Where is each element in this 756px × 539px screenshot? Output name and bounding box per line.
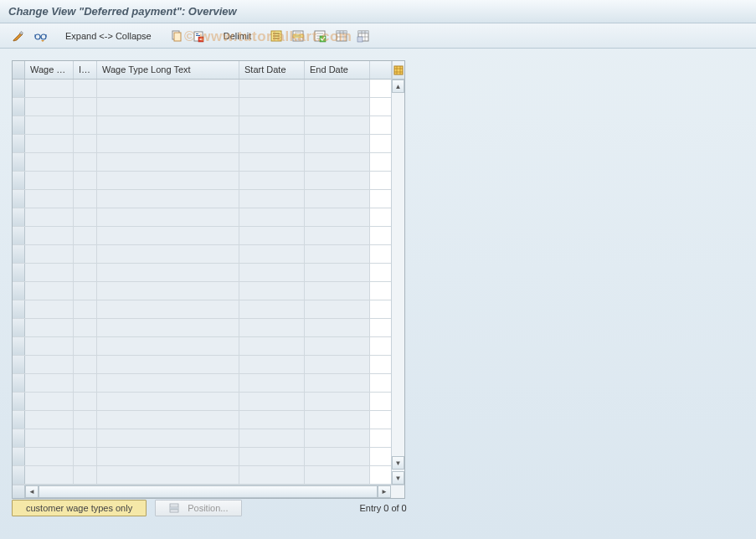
cell-start-date[interactable] xyxy=(239,98,305,116)
toggle-display-change-button[interactable] xyxy=(8,28,28,44)
cell-wage-type[interactable] xyxy=(25,80,74,97)
cell-wage-type[interactable] xyxy=(25,190,74,208)
row-selector[interactable] xyxy=(13,448,25,465)
cell-inf[interactable] xyxy=(74,245,97,263)
cell-wage-type[interactable] xyxy=(25,264,74,281)
row-selector[interactable] xyxy=(13,411,25,429)
cell-inf[interactable] xyxy=(74,172,97,189)
cell-wage-type[interactable] xyxy=(25,135,74,152)
vertical-scrollbar[interactable]: ▲ ▼ ▼ xyxy=(391,61,404,485)
select-block-button[interactable] xyxy=(288,28,308,44)
row-selector[interactable] xyxy=(13,282,25,300)
cell-long-text[interactable] xyxy=(97,411,239,429)
cell-end-date[interactable] xyxy=(305,319,370,336)
cell-wage-type[interactable] xyxy=(25,429,74,447)
scroll-track-v[interactable] xyxy=(392,93,404,456)
cell-start-date[interactable] xyxy=(239,282,305,300)
row-selector-header[interactable] xyxy=(13,61,25,79)
cell-end-date[interactable] xyxy=(305,393,370,410)
cell-long-text[interactable] xyxy=(97,429,239,447)
print-button[interactable] xyxy=(353,28,373,44)
cell-start-date[interactable] xyxy=(239,429,305,447)
row-selector[interactable] xyxy=(13,374,25,392)
other-view-button[interactable] xyxy=(30,28,50,44)
cell-end-date[interactable] xyxy=(305,172,370,189)
cell-inf[interactable] xyxy=(74,374,97,392)
horizontal-scrollbar[interactable]: ◄ ► xyxy=(13,485,404,498)
select-all-button[interactable] xyxy=(266,28,286,44)
cell-start-date[interactable] xyxy=(239,172,305,189)
cell-long-text[interactable] xyxy=(97,282,239,300)
cell-inf[interactable] xyxy=(74,448,97,465)
cell-wage-type[interactable] xyxy=(25,282,74,300)
cell-long-text[interactable] xyxy=(97,319,239,336)
cell-inf[interactable] xyxy=(74,282,97,300)
cell-end-date[interactable] xyxy=(305,116,370,134)
col-header-end-date[interactable]: End Date xyxy=(305,61,370,79)
cell-start-date[interactable] xyxy=(239,356,305,373)
cell-end-date[interactable] xyxy=(305,245,370,263)
col-header-wage-type[interactable]: Wage Ty... xyxy=(25,61,74,79)
delimit-button[interactable]: Delimit xyxy=(217,28,259,44)
expand-collapse-button[interactable]: Expand <-> Collapse xyxy=(59,28,158,44)
scroll-down-button-2[interactable]: ▼ xyxy=(392,471,404,485)
scroll-down-button[interactable]: ▼ xyxy=(392,456,404,470)
delete-button[interactable] xyxy=(188,28,208,44)
cell-end-date[interactable] xyxy=(305,411,370,429)
cell-wage-type[interactable] xyxy=(25,319,74,336)
row-selector[interactable] xyxy=(13,264,25,281)
cell-long-text[interactable] xyxy=(97,172,239,189)
cell-long-text[interactable] xyxy=(97,208,239,226)
cell-start-date[interactable] xyxy=(239,208,305,226)
row-selector[interactable] xyxy=(13,337,25,355)
cell-wage-type[interactable] xyxy=(25,116,74,134)
cell-inf[interactable] xyxy=(74,429,97,447)
position-button[interactable]: Position... xyxy=(155,500,242,516)
row-selector[interactable] xyxy=(13,135,25,152)
cell-inf[interactable] xyxy=(74,116,97,134)
row-selector[interactable] xyxy=(13,208,25,226)
cell-wage-type[interactable] xyxy=(25,98,74,116)
cell-end-date[interactable] xyxy=(305,264,370,281)
cell-inf[interactable] xyxy=(74,466,97,484)
cell-long-text[interactable] xyxy=(97,245,239,263)
cell-start-date[interactable] xyxy=(239,319,305,336)
cell-start-date[interactable] xyxy=(239,300,305,318)
cell-long-text[interactable] xyxy=(97,448,239,465)
cell-long-text[interactable] xyxy=(97,135,239,152)
cell-inf[interactable] xyxy=(74,153,97,171)
cell-long-text[interactable] xyxy=(97,300,239,318)
cell-inf[interactable] xyxy=(74,356,97,373)
cell-end-date[interactable] xyxy=(305,300,370,318)
cell-wage-type[interactable] xyxy=(25,411,74,429)
cell-wage-type[interactable] xyxy=(25,448,74,465)
scroll-up-button[interactable]: ▲ xyxy=(392,80,404,93)
row-selector[interactable] xyxy=(13,172,25,189)
cell-start-date[interactable] xyxy=(239,393,305,410)
cell-start-date[interactable] xyxy=(239,466,305,484)
cell-long-text[interactable] xyxy=(97,393,239,410)
cell-inf[interactable] xyxy=(74,300,97,318)
cell-long-text[interactable] xyxy=(97,264,239,281)
cell-end-date[interactable] xyxy=(305,208,370,226)
cell-start-date[interactable] xyxy=(239,374,305,392)
cell-wage-type[interactable] xyxy=(25,172,74,189)
cell-start-date[interactable] xyxy=(239,411,305,429)
cell-wage-type[interactable] xyxy=(25,153,74,171)
cell-end-date[interactable] xyxy=(305,429,370,447)
row-selector[interactable] xyxy=(13,245,25,263)
cell-start-date[interactable] xyxy=(239,135,305,152)
cell-long-text[interactable] xyxy=(97,356,239,373)
col-header-inf[interactable]: Inf... xyxy=(74,61,97,79)
cell-end-date[interactable] xyxy=(305,190,370,208)
cell-long-text[interactable] xyxy=(97,227,239,244)
table-settings-button[interactable] xyxy=(332,28,352,44)
row-selector[interactable] xyxy=(13,393,25,410)
cell-long-text[interactable] xyxy=(97,337,239,355)
cell-end-date[interactable] xyxy=(305,356,370,373)
cell-long-text[interactable] xyxy=(97,374,239,392)
cell-end-date[interactable] xyxy=(305,466,370,484)
cell-long-text[interactable] xyxy=(97,190,239,208)
cell-inf[interactable] xyxy=(74,208,97,226)
cell-inf[interactable] xyxy=(74,393,97,410)
